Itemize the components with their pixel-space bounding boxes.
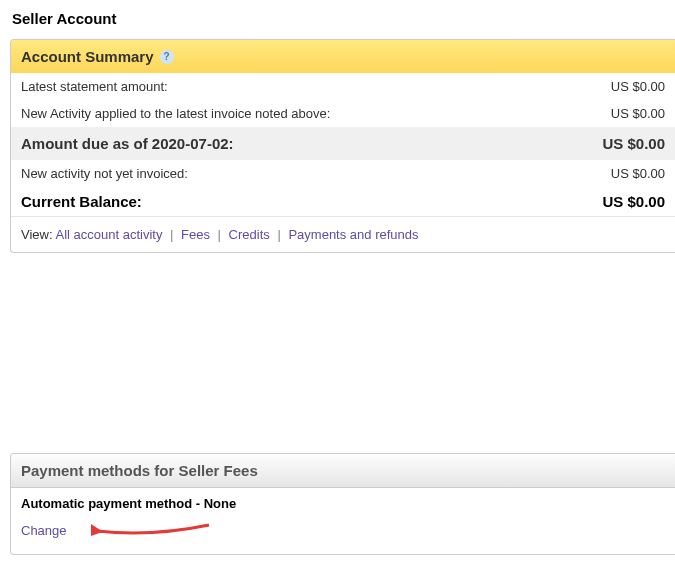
automatic-payment-method-text: Automatic payment method - None bbox=[11, 488, 675, 515]
latest-statement-value: US $0.00 bbox=[611, 79, 665, 94]
link-all-account-activity[interactable]: All account activity bbox=[55, 227, 162, 242]
latest-statement-label: Latest statement amount: bbox=[21, 79, 168, 94]
link-payments-refunds[interactable]: Payments and refunds bbox=[288, 227, 418, 242]
current-balance-value: US $0.00 bbox=[602, 193, 665, 210]
row-new-activity: New Activity applied to the latest invoi… bbox=[11, 100, 675, 127]
payment-methods-header: Payment methods for Seller Fees bbox=[11, 454, 675, 488]
new-activity-value: US $0.00 bbox=[611, 106, 665, 121]
link-fees[interactable]: Fees bbox=[181, 227, 210, 242]
row-amount-due: Amount due as of 2020-07-02: US $0.00 bbox=[11, 127, 675, 160]
change-link[interactable]: Change bbox=[21, 523, 67, 538]
annotation-arrow-icon bbox=[91, 517, 211, 545]
row-current-balance: Current Balance: US $0.00 bbox=[11, 187, 675, 216]
separator: | bbox=[277, 227, 280, 242]
separator: | bbox=[218, 227, 221, 242]
not-invoiced-value: US $0.00 bbox=[611, 166, 665, 181]
payment-methods-panel: Payment methods for Seller Fees Automati… bbox=[10, 453, 675, 555]
view-links-row: View: All account activity | Fees | Cred… bbox=[11, 216, 675, 252]
change-row: Change bbox=[11, 515, 675, 554]
not-invoiced-label: New activity not yet invoiced: bbox=[21, 166, 188, 181]
amount-due-value: US $0.00 bbox=[602, 135, 665, 152]
account-summary-panel: Account Summary ? Latest statement amoun… bbox=[10, 39, 675, 253]
row-not-invoiced: New activity not yet invoiced: US $0.00 bbox=[11, 160, 675, 187]
row-latest-statement: Latest statement amount: US $0.00 bbox=[11, 73, 675, 100]
new-activity-label: New Activity applied to the latest invoi… bbox=[21, 106, 330, 121]
help-icon[interactable]: ? bbox=[160, 50, 174, 64]
separator: | bbox=[170, 227, 173, 242]
current-balance-label: Current Balance: bbox=[21, 193, 142, 210]
page-title: Seller Account bbox=[10, 10, 675, 27]
account-summary-header-text: Account Summary bbox=[21, 48, 154, 65]
link-credits[interactable]: Credits bbox=[229, 227, 270, 242]
account-summary-header: Account Summary ? bbox=[11, 40, 675, 73]
view-prefix: View: bbox=[21, 227, 53, 242]
amount-due-label: Amount due as of 2020-07-02: bbox=[21, 135, 234, 152]
